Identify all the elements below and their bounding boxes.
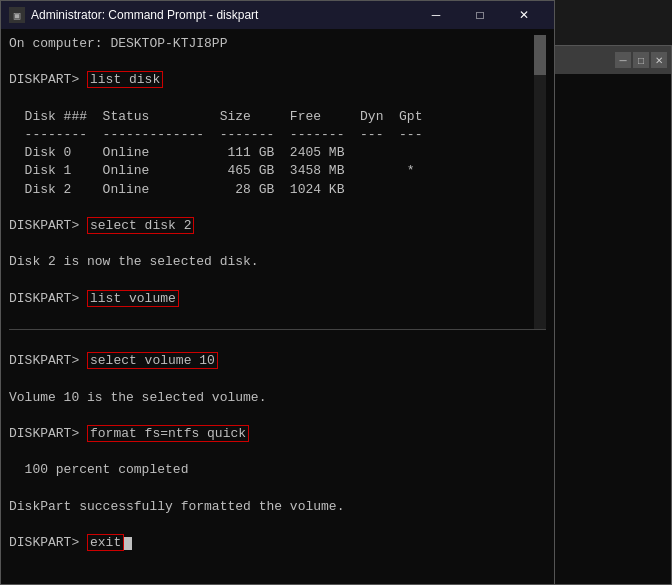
line-blank-2 [9, 90, 534, 108]
prompt-2: DISKPART> [9, 218, 87, 233]
line-disk-sep: -------- ------------- ------- ------- -… [9, 126, 534, 144]
line-disk-1: Disk 1 Online 465 GB 3458 MB * [9, 162, 534, 180]
bg-close-btn[interactable]: ✕ [651, 52, 667, 68]
line-blank-8 [9, 370, 546, 388]
maximize-button[interactable]: □ [458, 1, 502, 29]
cmd-format: format fs=ntfs quick [87, 425, 249, 442]
bg-titlebar: ─ □ ✕ [553, 46, 671, 74]
line-blank-5 [9, 271, 534, 289]
line-blank-9 [9, 407, 546, 425]
scrollbar-thumb[interactable] [534, 35, 546, 75]
window-icon [9, 7, 25, 23]
line-select-volume: DISKPART> select volume 10 [9, 352, 546, 370]
line-percent: 100 percent completed [9, 461, 546, 479]
line-format: DISKPART> format fs=ntfs quick [9, 425, 546, 443]
line-disk-2: Disk 2 Online 28 GB 1024 KB [9, 181, 534, 199]
cmd-exit: exit [87, 534, 124, 551]
bg-minimize-btn[interactable]: ─ [615, 52, 631, 68]
minimize-button[interactable]: ─ [414, 1, 458, 29]
titlebar-buttons: ─ □ ✕ [414, 1, 546, 29]
line-list-volume: DISKPART> list volume [9, 290, 534, 308]
line-vol-header: Volume ### Ltr Label Fs Type Size Status [9, 326, 534, 330]
cmd-list-disk: list disk [87, 71, 163, 88]
cmd-select-volume: select volume 10 [87, 352, 218, 369]
line-blank-7 [9, 334, 546, 352]
line-blank-4 [9, 235, 534, 253]
window-title: Administrator: Command Prompt - diskpart [31, 8, 408, 22]
background-window: ─ □ ✕ [552, 45, 672, 585]
line-disk-header: Disk ### Status Size Free Dyn Gpt [9, 108, 534, 126]
terminal-body[interactable]: On computer: DESKTOP-KTJI8PP DISKPART> l… [1, 29, 554, 584]
scrollbar[interactable] [534, 35, 546, 329]
line-blank-3 [9, 199, 534, 217]
prompt-5: DISKPART> [9, 426, 87, 441]
prompt-1: DISKPART> [9, 72, 87, 87]
line-blank-10 [9, 443, 546, 461]
titlebar: Administrator: Command Prompt - diskpart… [1, 1, 554, 29]
top-section: On computer: DESKTOP-KTJI8PP DISKPART> l… [9, 35, 546, 330]
line-exit: DISKPART> exit [9, 534, 546, 552]
cmd-select-disk: select disk 2 [87, 217, 194, 234]
bottom-section: DISKPART> select volume 10 Volume 10 is … [9, 330, 546, 578]
line-list-disk: DISKPART> list disk [9, 71, 534, 89]
line-disk-selected: Disk 2 is now the selected disk. [9, 253, 534, 271]
line-volume-selected: Volume 10 is the selected volume. [9, 389, 546, 407]
close-button[interactable]: ✕ [502, 1, 546, 29]
main-window: Administrator: Command Prompt - diskpart… [0, 0, 555, 585]
cmd-list-volume: list volume [87, 290, 179, 307]
line-computer: On computer: DESKTOP-KTJI8PP [9, 35, 534, 53]
top-content: On computer: DESKTOP-KTJI8PP DISKPART> l… [9, 35, 546, 330]
line-blank-12 [9, 516, 546, 534]
line-blank-1 [9, 53, 534, 71]
line-blank-6 [9, 308, 534, 326]
line-format-success: DiskPart successfully formatted the volu… [9, 498, 546, 516]
cursor [124, 537, 132, 550]
line-select-disk: DISKPART> select disk 2 [9, 217, 534, 235]
prompt-6: DISKPART> [9, 535, 87, 550]
line-disk-0: Disk 0 Online 111 GB 2405 MB [9, 144, 534, 162]
prompt-4: DISKPART> [9, 353, 87, 368]
line-blank-11 [9, 480, 546, 498]
prompt-3: DISKPART> [9, 291, 87, 306]
bg-maximize-btn[interactable]: □ [633, 52, 649, 68]
